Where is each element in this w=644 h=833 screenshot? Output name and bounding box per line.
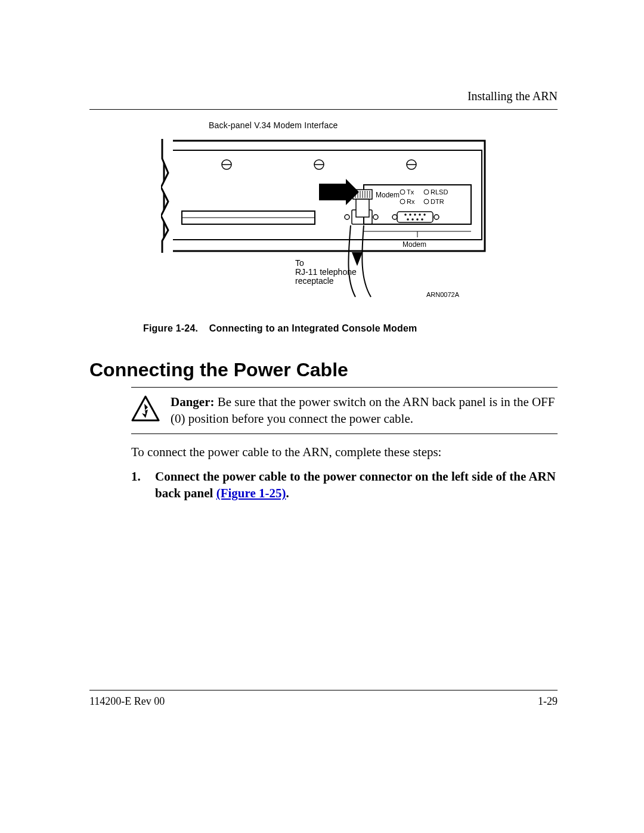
callout-line-to: To xyxy=(295,258,304,268)
header-rule xyxy=(89,109,558,110)
svg-point-17 xyxy=(410,214,411,215)
step-text: Connect the power cable to the power con… xyxy=(155,468,558,502)
modem-bottom-label: Modem xyxy=(402,240,426,249)
footer-doc-id: 114200-E Rev 00 xyxy=(89,695,165,708)
step-text-after: . xyxy=(286,486,289,500)
running-head: Installing the ARN xyxy=(89,89,558,103)
danger-body: Be sure that the power switch on the ARN… xyxy=(171,395,555,426)
svg-point-24 xyxy=(422,219,423,220)
led-dtr-label: DTR xyxy=(431,198,444,205)
danger-label: Danger: xyxy=(171,395,214,409)
callout-line-2: RJ-11 telephone xyxy=(295,267,357,277)
svg-point-22 xyxy=(412,219,413,220)
figure-caption: Figure 1-24. Connecting to an Integrated… xyxy=(143,323,558,334)
modem-svg: Modem Tx RLSD Rx DTR xyxy=(161,136,495,309)
svg-point-16 xyxy=(405,214,406,215)
led-rlsd-label: RLSD xyxy=(431,188,448,196)
svg-point-18 xyxy=(414,214,416,215)
page-footer: 114200-E Rev 00 1-29 xyxy=(89,686,558,708)
svg-point-14 xyxy=(392,215,397,219)
svg-point-20 xyxy=(424,214,425,215)
footer-page-no: 1-29 xyxy=(538,695,558,708)
svg-point-12 xyxy=(400,199,405,204)
danger-icon xyxy=(131,395,160,428)
figure-top-title: Back-panel V.34 Modem Interface xyxy=(209,120,558,130)
step-number: 1. xyxy=(131,468,144,502)
art-id: ARN0072A xyxy=(426,291,460,298)
figure-caption-text: Connecting to an Integrated Console Mode… xyxy=(209,323,417,333)
step-list: 1. Connect the power cable to the power … xyxy=(131,468,558,502)
svg-point-10 xyxy=(400,190,405,194)
step-text-before: Connect the power cable to the power con… xyxy=(155,469,556,500)
admon-top-rule xyxy=(131,387,558,388)
intro-paragraph: To connect the power cable to the ARN, c… xyxy=(131,445,558,460)
modem-diagram: Modem Tx RLSD Rx DTR xyxy=(161,136,495,309)
svg-point-19 xyxy=(419,214,420,215)
callout-line-3: receptacle xyxy=(295,276,334,286)
led-rx-label: Rx xyxy=(407,198,415,205)
modem-panel-label: Modem xyxy=(376,191,400,199)
led-tx-label: Tx xyxy=(407,188,414,196)
admon-bottom-rule xyxy=(131,433,558,434)
figure-caption-prefix: Figure 1-24. xyxy=(143,323,198,333)
figure-xref-link[interactable]: (Figure 1-25) xyxy=(216,486,286,500)
danger-admonition: Danger: Be sure that the power switch on… xyxy=(131,387,558,434)
svg-point-29 xyxy=(373,215,378,219)
svg-point-11 xyxy=(424,190,429,194)
page: Installing the ARN Back-panel V.34 Modem… xyxy=(0,0,644,833)
danger-text: Danger: Be sure that the power switch on… xyxy=(171,394,558,428)
svg-point-15 xyxy=(434,215,439,219)
svg-point-27 xyxy=(345,215,349,219)
step-item: 1. Connect the power cable to the power … xyxy=(131,468,558,502)
section-heading: Connecting the Power Cable xyxy=(89,359,558,381)
svg-point-23 xyxy=(417,219,418,220)
svg-point-21 xyxy=(407,219,408,220)
figure-block: Back-panel V.34 Modem Interface Modem xyxy=(89,120,558,334)
svg-rect-38 xyxy=(356,199,369,217)
svg-marker-40 xyxy=(352,252,363,266)
svg-marker-39 xyxy=(319,179,359,205)
svg-point-13 xyxy=(424,199,429,204)
footer-rule xyxy=(89,690,558,690)
